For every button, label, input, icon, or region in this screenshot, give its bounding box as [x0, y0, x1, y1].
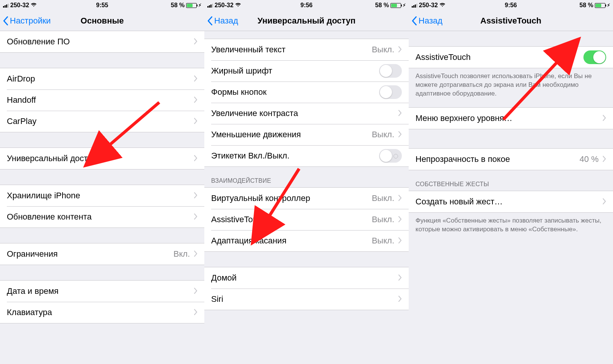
- row-assistivetouch[interactable]: AssistiveTouch Выкл.: [204, 209, 409, 230]
- row-larger-text[interactable]: Увеличенный текст Выкл.: [204, 39, 409, 60]
- section-header-interaction: ВЗАИМОДЕЙСТВИЕ: [204, 167, 409, 187]
- row-value: Вкл.: [174, 249, 190, 259]
- row-label: Создать новый жест…: [415, 197, 602, 207]
- row-touch-accommodations[interactable]: Адаптация касания Выкл.: [204, 230, 409, 251]
- row-create-new-gesture[interactable]: Создать новый жест…: [409, 191, 613, 212]
- wifi-icon: [439, 2, 445, 9]
- chevron-left-icon: [207, 16, 213, 25]
- row-label: Handoff: [7, 95, 194, 105]
- row-label: Меню верхнего уровня…: [415, 113, 602, 123]
- charging-icon: ⚡︎: [607, 3, 610, 8]
- row-button-shapes[interactable]: Формы кнопок: [204, 82, 409, 103]
- chevron-right-icon: [398, 294, 402, 304]
- row-handoff[interactable]: Handoff: [0, 89, 204, 111]
- battery-pct: 58 %: [580, 2, 593, 9]
- chevron-right-icon: [602, 154, 606, 164]
- row-label: Уменьшение движения: [211, 130, 372, 140]
- row-reduce-motion[interactable]: Уменьшение движения Выкл.: [204, 124, 409, 145]
- back-label: Настройки: [10, 16, 51, 26]
- row-value: Выкл.: [372, 45, 394, 55]
- chevron-right-icon: [398, 273, 402, 283]
- battery-icon: [186, 3, 197, 8]
- row-keyboard[interactable]: Клавиатура: [0, 302, 204, 323]
- row-label: Обновление контента: [7, 212, 194, 222]
- row-label: Увеличение контраста: [211, 108, 398, 118]
- row-iphone-storage[interactable]: Хранилище iPhone: [0, 185, 204, 206]
- row-label: AirDrop: [7, 74, 194, 84]
- toggle-assistivetouch[interactable]: [583, 50, 606, 64]
- row-label: Формы кнопок: [211, 87, 379, 97]
- carrier-label: 250-32: [215, 2, 234, 9]
- toggle-onoff-labels[interactable]: [379, 149, 402, 163]
- chevron-right-icon: [194, 286, 198, 296]
- row-restrictions[interactable]: Ограничения Вкл.: [0, 243, 204, 265]
- wifi-icon: [31, 2, 37, 9]
- chevron-right-icon: [398, 236, 402, 246]
- screen-accessibility: 250-32 9:56 58 % ⚡︎ Назад Универсальный …: [204, 0, 409, 364]
- row-label: Дата и время: [7, 286, 194, 296]
- screen-assistivetouch: 250-32 9:56 58 % ⚡︎ Назад AssistiveTouch…: [409, 0, 613, 364]
- row-date-time[interactable]: Дата и время: [0, 281, 204, 302]
- section-header-custom-gestures: СОБСТВЕННЫЕ ЖЕСТЫ: [409, 170, 613, 191]
- row-siri[interactable]: Siri: [204, 289, 409, 310]
- back-button[interactable]: Назад: [207, 16, 238, 26]
- row-bold-text[interactable]: Жирный шрифт: [204, 60, 409, 82]
- row-value: Выкл.: [372, 236, 394, 246]
- section-footer: AssistiveTouch позволяет использовать iP…: [409, 68, 613, 100]
- chevron-right-icon: [194, 74, 198, 84]
- wifi-icon: [235, 2, 241, 9]
- row-label: Жирный шрифт: [211, 66, 379, 76]
- chevron-right-icon: [398, 215, 402, 224]
- back-button[interactable]: Назад: [412, 16, 442, 26]
- row-increase-contrast[interactable]: Увеличение контраста: [204, 103, 409, 124]
- toggle-button-shapes[interactable]: [379, 85, 402, 99]
- chevron-right-icon: [194, 212, 198, 222]
- row-background-app-refresh[interactable]: Обновление контента: [0, 206, 204, 228]
- status-bar: 250-32 9:56 58 % ⚡︎: [204, 0, 409, 11]
- nav-bar: Назад AssistiveTouch: [409, 11, 613, 31]
- row-switch-control[interactable]: Виртуальный контроллер Выкл.: [204, 188, 409, 209]
- battery-pct: 58 %: [171, 2, 185, 9]
- chevron-right-icon: [194, 37, 198, 47]
- chevron-right-icon: [194, 191, 198, 201]
- back-button[interactable]: Настройки: [3, 16, 51, 26]
- battery-icon: [390, 3, 401, 8]
- row-software-update[interactable]: Обновление ПО: [0, 31, 204, 52]
- row-airdrop[interactable]: AirDrop: [0, 68, 204, 89]
- row-value: 40 %: [580, 154, 599, 164]
- toggle-bold-text[interactable]: [379, 64, 402, 78]
- row-value: Выкл.: [372, 215, 394, 224]
- row-value: Выкл.: [372, 193, 394, 203]
- row-assistivetouch-toggle[interactable]: AssistiveTouch: [409, 47, 613, 68]
- chevron-left-icon: [412, 16, 417, 25]
- row-top-level-menu[interactable]: Меню верхнего уровня…: [409, 108, 613, 129]
- row-home[interactable]: Домой: [204, 267, 409, 289]
- chevron-right-icon: [194, 116, 198, 126]
- row-value: Выкл.: [372, 130, 394, 140]
- row-label: AssistiveTouch: [415, 52, 583, 62]
- row-accessibility[interactable]: Универсальный доступ: [0, 148, 204, 169]
- row-label: Адаптация касания: [211, 236, 372, 246]
- chevron-right-icon: [398, 45, 402, 55]
- row-label: AssistiveTouch: [211, 215, 372, 224]
- row-label: Siri: [211, 294, 398, 304]
- chevron-right-icon: [602, 113, 606, 123]
- row-label: Домой: [211, 273, 398, 283]
- row-onoff-labels[interactable]: Этикетки Вкл./Выкл.: [204, 145, 409, 166]
- battery-icon: [595, 3, 605, 8]
- chevron-right-icon: [194, 308, 198, 317]
- chevron-right-icon: [194, 154, 198, 163]
- row-label: Клавиатура: [7, 308, 194, 317]
- signal-icon: [207, 3, 213, 8]
- battery-pct: 58 %: [375, 2, 389, 9]
- charging-icon: ⚡︎: [403, 3, 406, 8]
- chevron-right-icon: [194, 95, 198, 105]
- signal-icon: [412, 3, 417, 8]
- row-label: Универсальный доступ: [7, 154, 194, 163]
- row-idle-opacity[interactable]: Непрозрачность в покое 40 %: [409, 149, 613, 170]
- chevron-right-icon: [398, 108, 402, 118]
- row-carplay[interactable]: CarPlay: [0, 111, 204, 132]
- chevron-right-icon: [194, 249, 198, 259]
- status-bar: 250-32 9:55 58 % ⚡︎: [0, 0, 204, 11]
- back-label: Назад: [419, 16, 442, 26]
